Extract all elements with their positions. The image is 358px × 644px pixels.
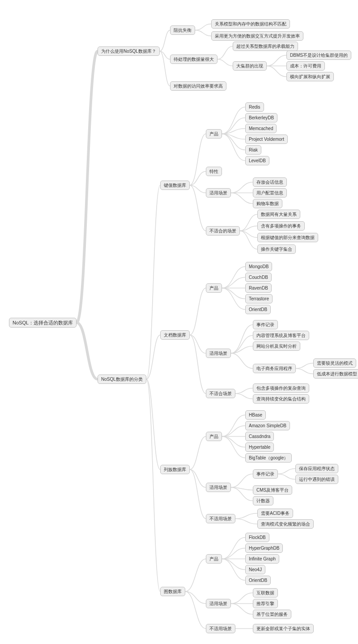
mindmap-node: DBMS不是设计给集群使用的 (286, 51, 351, 60)
mindmap-node: 用户配置信息 (253, 188, 287, 198)
mindmap-node: 列族数据库 (160, 465, 190, 474)
mindmap-edge (267, 66, 286, 77)
mindmap-edge (231, 474, 253, 488)
mindmap-node: 产品 (206, 432, 222, 441)
mindmap-edge (231, 336, 253, 354)
mindmap-node: 产品 (206, 283, 222, 293)
mindmap-node: 适用场景 (206, 188, 231, 198)
mindmap-node: Memcached (245, 124, 277, 133)
mindmap-node: 不适合的场景 (206, 226, 240, 236)
mindmap-edge (222, 267, 245, 288)
mindmap-edge (231, 488, 253, 501)
mindmap-edge (267, 55, 286, 66)
mindmap-node: HyperGraphDB (245, 543, 283, 553)
mindmap-edge (160, 30, 170, 51)
mindmap-node: FlockDB (245, 533, 269, 542)
mindmap-node: 横向扩展和纵向扩展 (286, 72, 334, 81)
mindmap-node: RavenDB (245, 283, 272, 293)
mindmap-node: Infinite Graph (245, 554, 279, 564)
mindmap-edge (222, 134, 245, 139)
mindmap-node: Neo4J (245, 565, 265, 574)
mindmap-edge (240, 215, 257, 231)
mindmap-edge (222, 118, 245, 134)
mindmap-node: CouchDB (245, 273, 272, 282)
mindmap-edge (296, 369, 313, 374)
mindmap-edge (235, 519, 257, 524)
mindmap-edge (231, 354, 253, 369)
mindmap-node: 待处理的数据量很大 (170, 55, 217, 64)
mindmap-node: 保存应用程序状态 (295, 464, 338, 473)
mindmap-node: 阻抗失衡 (170, 25, 195, 35)
mindmap-edge (240, 226, 257, 231)
mindmap-node: 低成本进行数据模型 (313, 369, 358, 379)
mindmap-node: 互联数据 (253, 588, 278, 598)
mindmap-edge (231, 604, 253, 615)
mindmap-node: 需要ACID事务 (257, 509, 293, 518)
mindmap-node: 采用更为方便的数据交互方式提升开发效率 (211, 31, 303, 41)
mindmap-edge (222, 134, 245, 150)
mindmap-edge (190, 185, 206, 231)
mindmap-node: 成本：许可费用 (286, 61, 325, 71)
mindmap-node: 网站分析及实时分析 (253, 341, 300, 351)
mindmap-node: Project Voldemort (245, 135, 288, 144)
mindmap-edge (185, 592, 206, 629)
mindmap-node: 查询模式变化频繁的场合 (257, 519, 314, 529)
mindmap-edge (190, 134, 206, 185)
mindmap-edge (222, 437, 245, 458)
mindmap-edge (240, 231, 257, 238)
mindmap-edge (195, 24, 211, 30)
mindmap-edge (146, 379, 160, 470)
mindmap-node: 不适合场景 (206, 389, 235, 398)
mindmap-edge (195, 30, 211, 36)
mindmap-node: 产品 (206, 129, 222, 139)
mindmap-node: 超过关系型数据库的承载能力 (233, 42, 298, 51)
mindmap-node: Redis (245, 102, 264, 112)
mindmap-node: 电子商务应用程序 (253, 364, 296, 373)
mindmap-node: Amazon SimpleDB (245, 421, 290, 430)
mindmap-node: 计数器 (253, 496, 273, 505)
mindmap-edge (77, 51, 98, 323)
mindmap-node: 内容管理系统及博客平台 (253, 331, 309, 340)
mindmap-edge (146, 185, 160, 379)
mindmap-edge (217, 46, 233, 59)
mindmap-node: 查询持续变化的集合结构 (253, 394, 309, 404)
mindmap-node: 大集群的出现 (233, 61, 267, 71)
mindmap-edge (296, 363, 313, 369)
mindmap-edge (222, 288, 245, 310)
mindmap-node: 特性 (206, 167, 222, 176)
mindmap-edge (190, 335, 206, 354)
mindmap-edge (146, 379, 160, 592)
mindmap-edge (146, 335, 160, 379)
mindmap-node: Terrastore (245, 294, 273, 303)
mindmap-edge (222, 559, 245, 581)
mindmap-node: 文档数据库 (160, 330, 190, 340)
mindmap-edge (190, 470, 206, 519)
mindmap-edge (278, 474, 295, 480)
mindmap-node: CMS及博客平台 (253, 485, 292, 495)
mindmap-edge (222, 538, 245, 559)
mindmap-edge (231, 593, 253, 604)
mindmap-edge (217, 59, 233, 66)
mindmap-node: 适用场景 (206, 349, 231, 358)
mindmap-node: 基于位置的服务 (253, 610, 291, 619)
mindmap-node: NoSQL数据库的分类 (98, 375, 146, 384)
mindmap-edge (77, 323, 98, 379)
mindmap-node: 推荐引擎 (253, 599, 278, 608)
mindmap-edge (222, 134, 245, 161)
mindmap-node: 根据键值的部分来查询数据 (257, 233, 318, 242)
mindmap-node: 数据间有大量关系 (257, 210, 300, 219)
mindmap-edge (222, 426, 245, 437)
mindmap-edge (222, 107, 245, 134)
mindmap-edge (231, 488, 253, 490)
mindmap-node: 购物车数据 (253, 199, 282, 208)
mindmap-edge (160, 51, 170, 86)
mindmap-node: 产品 (206, 554, 222, 564)
mindmap-edge (222, 415, 245, 437)
mindmap-node: 不适用场景 (206, 624, 235, 633)
mindmap-edge (235, 394, 253, 399)
mindmap-node: Cassdndra (245, 432, 274, 441)
mindmap-edge (235, 514, 257, 519)
mindmap-node: BerkerleyDB (245, 113, 277, 122)
mindmap-edge (190, 470, 206, 488)
mindmap-node: 运行中遇到的错误 (295, 475, 338, 484)
